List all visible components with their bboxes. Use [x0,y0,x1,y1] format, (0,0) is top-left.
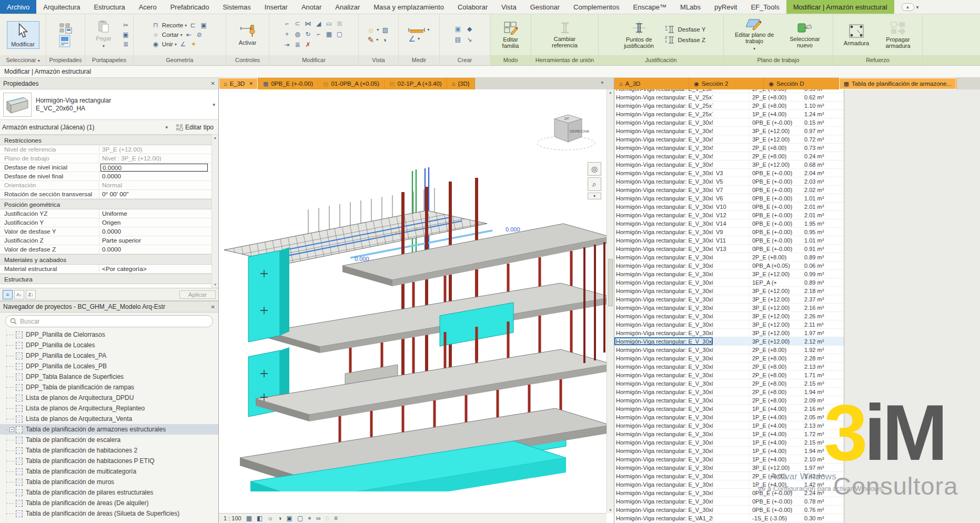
cell-level[interactable]: 1P_E (+4.00) [750,455,804,463]
scrollbar-thumb[interactable] [608,259,613,306]
scale-icon[interactable]: ▢ [336,30,344,38]
cell-type[interactable]: Hormigón-Viga rectangular: E_V_30x80_HA [614,186,713,194]
create-group-icon[interactable]: ▣ [454,25,462,33]
cell-level[interactable]: 0PB_E (+-0.00) [750,219,804,227]
schedule-row[interactable]: Hormigón-Viga rectangular: E_V_30x80_HA … [614,194,844,203]
cell-mark[interactable] [713,262,750,269]
schedule-row[interactable]: Hormigón-Viga rectangular: E_V_30x80_HA … [614,236,844,245]
property-row[interactable]: Valor de desfase Z 0.0000 « [0,245,218,254]
schedule-tree-item[interactable]: + DPP_Planilla de Cielorrasos [0,329,218,340]
cell-type[interactable]: Hormigón-Viga rectangular: E_V_30x80_HA [614,363,713,370]
scale-label[interactable]: 1 : 100 [224,515,241,521]
rebar-button[interactable]: Armadura [837,22,875,48]
schedule-row[interactable]: Hormigón-Viga rectangular: E_V_30x80_HA … [614,497,844,506]
cut-geometry-alt-icon[interactable]: ⊏ [189,21,197,29]
property-value[interactable]: 0° 00' 00" [99,190,218,198]
schedule-row[interactable]: Hormigón-Viga rectangular: E_V_30x80_HA … [614,430,844,438]
cell-type[interactable]: Hormigón-Viga rectangular: E_V_25x70_HA [614,89,713,93]
cell-mark[interactable] [713,118,750,126]
close-view-icon[interactable]: ✕ [249,81,253,86]
navbar-chevron-icon[interactable]: ▾ [588,193,601,199]
desfase-y-button[interactable]: Desfase Y [678,26,706,33]
schedule-row[interactable]: Hormigón-Viga rectangular: E_V_30x50_HA … [614,152,844,160]
measure-ruler-icon[interactable] [408,27,425,33]
propagate-rebar-button[interactable]: Propagar armadura [878,19,918,51]
cell-volume[interactable]: 0.89 m³ [804,253,844,261]
sort-ascending-button[interactable]: A↓ [14,290,24,299]
schedule-row[interactable]: Hormigón-Viga rectangular: E_V_30x80_HA … [614,169,844,177]
cell-mark[interactable]: V10 [713,203,750,210]
view-control-icon[interactable]: ◌ [326,515,329,522]
demolish-icon[interactable]: ✦ [189,40,198,48]
cell-volume[interactable]: 2.18 m³ [804,287,844,295]
cell-mark[interactable] [713,497,750,505]
schedule-row[interactable]: Hormigón-Viga rectangular: E_V_30x50_HA … [614,135,844,144]
cell-mark[interactable] [713,102,750,109]
cell-level[interactable]: 1P_E (+4.00) [750,413,804,421]
cell-type[interactable]: Hormigón-Viga rectangular: E_V_30x50_HA [614,127,713,135]
ribbon-tab[interactable]: Acero [132,0,164,14]
select-new-workplane-button[interactable]: Seleccionar nuevo [782,20,827,50]
schedule-row[interactable]: Hormigón-Viga rectangular: E_V_25x70_HA … [614,102,844,110]
cell-type[interactable]: Hormigón-Viga rectangular: E_V_30x80_HA [614,245,713,253]
cell-volume[interactable]: 2.15 m³ [804,379,844,387]
edit-type-button[interactable]: Editar tipo [173,122,216,133]
cell-level[interactable]: 2P_E (+8.00) [750,379,804,387]
cell-volume[interactable]: 0.95 m³ [804,228,844,236]
cell-type[interactable]: Hormigón-Viga rectangular: E_V_30x80_HA [614,287,713,295]
expand-icon[interactable]: + [9,427,14,432]
cell-mark[interactable]: V3 [713,169,750,177]
ribbon-tab[interactable]: EF_Tools [744,0,786,14]
cell-volume[interactable]: 0.15 m³ [804,118,844,126]
ribbon-tab[interactable]: Anotar [295,0,328,14]
schedule-row[interactable]: Hormigón-Viga rectangular: E_V_30x80_HA … [614,262,844,270]
cell-volume[interactable]: 1.71 m³ [804,371,844,379]
cell-mark[interactable] [713,371,750,379]
cell-mark[interactable] [713,127,750,135]
properties-header[interactable]: Propiedades ✕ [0,78,218,89]
cell-volume[interactable]: 0.24 m³ [804,152,844,160]
panel-label-medir[interactable]: Medir [399,55,439,65]
schedule-tree-item[interactable]: + Tabla de planificación de pilares estr… [0,487,218,498]
cell-type[interactable]: Hormigón-Viga rectangular: E_V_30x50_HA [614,118,713,126]
schedule-row[interactable]: Hormigón-Viga rectangular: E_VA1_20x60_H… [614,514,844,522]
schedule-row[interactable]: Hormigón-Viga rectangular: E_V_30x80_HA … [614,320,844,329]
cell-type[interactable]: Hormigón-Viga rectangular: E_V_30x80_HA [614,169,713,177]
cell-level[interactable]: 2P_E (+8.00) [750,102,804,109]
cell-level[interactable]: 2P_E (+8.00) [750,396,804,404]
cell-mark[interactable] [713,396,750,404]
cell-level[interactable]: 3P_E (+12.00) [750,127,804,135]
cell-volume[interactable]: 0.06 m³ [804,262,844,269]
mirror-axis-icon[interactable]: ⋈ [304,19,312,28]
panel-label-crear[interactable]: Crear [440,55,490,65]
cell-volume[interactable]: 0.68 m³ [804,160,844,168]
view-tab[interactable]: ▤ 01-0PB_A (+0.05) ✕ [318,78,385,89]
cell-mark[interactable]: V7 [713,186,750,194]
schedule-tree-item[interactable]: + Tabla de planificación de multicategor… [0,466,218,477]
cell-level[interactable]: 2P_E (+8.00) [750,253,804,261]
schedule-row[interactable]: Hormigón-Viga rectangular: E_V_25x70_HA … [614,93,844,102]
cell-type[interactable]: Hormigón-Viga rectangular: E_V_30x80_HA [614,346,713,354]
schedule-row[interactable]: Hormigón-Viga rectangular: E_V_30x80_HA … [614,186,844,194]
cell-level[interactable]: 2P_E (+8.00) [750,346,804,354]
panel-label-vista[interactable]: Vista [359,55,398,65]
property-row[interactable]: Rotación de sección transversal 0° 00' 0… [0,190,218,199]
cell-level[interactable]: 0PB_E (+-0.00) [750,177,804,185]
scroll-down-icon[interactable]: ▼ [607,508,614,512]
cell-mark[interactable] [713,160,750,168]
view-tab[interactable]: ▦ 0PB_E (+-0.00) ✕ [258,78,318,89]
align-icon[interactable]: ⌐ [283,19,291,28]
modify-button[interactable]: Modificar [7,21,39,49]
cell-mark[interactable] [713,354,750,362]
sort-default-button[interactable]: ≡ [3,290,13,299]
schedule-tree-item[interactable]: + Tabla de planificación de habitaciones… [0,445,218,456]
cell-volume[interactable]: 0.59 m³ [804,89,844,93]
schedule-row[interactable]: Hormigón-Viga rectangular: E_V_30x80_HA … [614,211,844,219]
cell-type[interactable]: Hormigón-Viga rectangular: E_V_30x80_HA [614,413,713,421]
cell-type[interactable]: Hormigón-Viga rectangular: E_V_30x80_HA [614,304,713,311]
rotate-icon[interactable]: ↻ [304,30,312,38]
view-control-icon[interactable]: ◑ [278,515,281,522]
view-tab[interactable]: ◉ Sección D [764,78,838,89]
cell-type[interactable]: Hormigón-Viga rectangular: E_V_30x80_HA [614,396,713,404]
cell-level[interactable]: 1P_E (+4.00) [750,430,804,438]
